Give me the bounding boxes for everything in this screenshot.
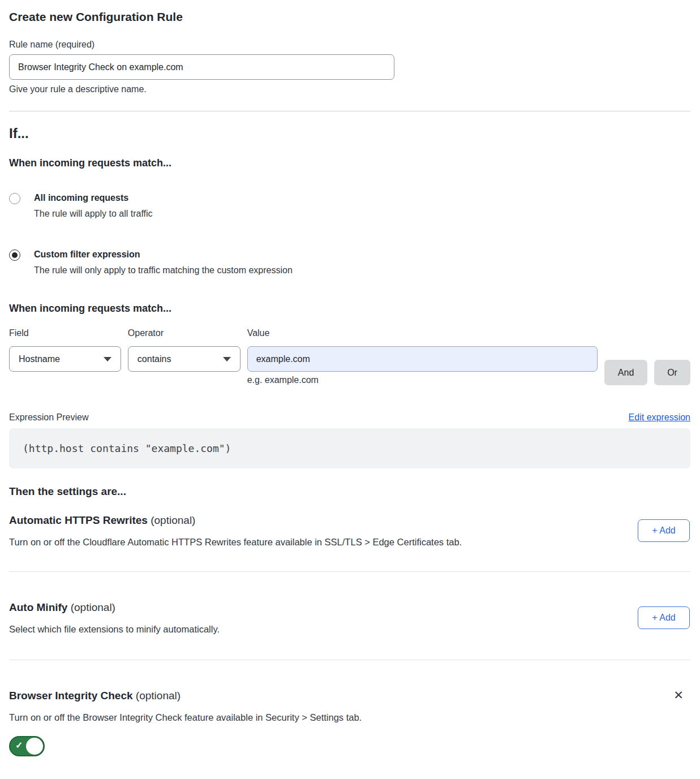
checkmark-icon: ✓ <box>15 740 23 751</box>
setting-title-text: Browser Integrity Check <box>9 690 133 701</box>
value-input[interactable] <box>247 346 598 372</box>
setting-row-auto-minify: Auto Minify (optional) Select which file… <box>9 601 690 635</box>
match-type-heading: When incoming requests match... <box>9 157 690 169</box>
then-settings-heading: Then the settings are... <box>9 485 690 498</box>
setting-description: Select which file extensions to minify a… <box>9 624 575 635</box>
rule-name-helper: Give your rule a descriptive name. <box>9 84 690 94</box>
radio-option-all-requests[interactable]: All incoming requests The rule will appl… <box>9 192 690 220</box>
field-select[interactable]: Hostname <box>9 346 121 372</box>
expression-preview-header: Expression Preview Edit expression <box>9 412 690 423</box>
create-configuration-rule-page: Create new Configuration Rule Rule name … <box>0 0 700 764</box>
setting-optional-text: (optional) <box>71 601 115 613</box>
page-title: Create new Configuration Rule <box>9 10 690 24</box>
setting-description: Turn on or off the Browser Integrity Che… <box>9 712 575 723</box>
and-button[interactable]: And <box>604 360 647 385</box>
setting-row-browser-integrity-check: Browser Integrity Check (optional) Turn … <box>9 690 690 756</box>
value-label: Value <box>247 328 598 338</box>
rule-name-input[interactable] <box>9 54 394 80</box>
or-button[interactable]: Or <box>654 360 690 385</box>
close-icon[interactable]: ✕ <box>672 688 685 702</box>
if-heading: If... <box>9 126 690 141</box>
add-auto-minify-button[interactable]: + Add <box>638 606 690 629</box>
edit-expression-link[interactable]: Edit expression <box>629 412 690 423</box>
value-helper: e.g. example.com <box>247 375 598 385</box>
section-divider <box>9 660 690 660</box>
radio-label: All incoming requests <box>34 192 153 204</box>
setting-description: Turn on or off the Cloudflare Automatic … <box>9 537 575 548</box>
setting-optional-text: (optional) <box>136 690 181 701</box>
radio-button-checked[interactable] <box>9 249 20 261</box>
toggle-knob <box>26 738 43 755</box>
radio-description: The rule will only apply to traffic matc… <box>34 264 293 277</box>
radio-description: The rule will apply to all traffic <box>34 208 153 220</box>
setting-title: Browser Integrity Check (optional) <box>9 690 690 702</box>
setting-title-text: Automatic HTTPS Rewrites <box>9 514 148 526</box>
field-selected-value: Hostname <box>19 354 60 364</box>
setting-title-text: Auto Minify <box>9 601 67 613</box>
chevron-down-icon <box>104 357 111 361</box>
expression-builder-row: Field Hostname Operator contains Value e… <box>9 328 690 385</box>
radio-option-custom-filter[interactable]: Custom filter expression The rule will o… <box>9 248 690 277</box>
operator-label: Operator <box>128 328 241 338</box>
rule-name-label: Rule name (required) <box>9 40 690 50</box>
section-divider <box>9 111 690 111</box>
add-automatic-https-rewrites-button[interactable]: + Add <box>638 519 690 542</box>
radio-label: Custom filter expression <box>34 248 293 261</box>
setting-optional-text: (optional) <box>151 514 195 526</box>
radio-button-unchecked[interactable] <box>9 193 20 204</box>
setting-title: Auto Minify (optional) <box>9 601 690 614</box>
browser-integrity-check-toggle[interactable]: ✓ <box>9 736 45 756</box>
setting-title: Automatic HTTPS Rewrites (optional) <box>9 514 690 527</box>
field-label: Field <box>9 328 121 338</box>
expression-preview-label: Expression Preview <box>9 412 89 423</box>
chevron-down-icon <box>223 357 231 361</box>
expression-preview-code: (http.host contains "example.com") <box>9 428 690 468</box>
expression-builder-heading: When incoming requests match... <box>9 303 690 315</box>
operator-select[interactable]: contains <box>128 346 241 372</box>
operator-selected-value: contains <box>138 354 171 364</box>
setting-row-automatic-https-rewrites: Automatic HTTPS Rewrites (optional) Turn… <box>9 514 690 548</box>
section-divider <box>9 571 690 572</box>
